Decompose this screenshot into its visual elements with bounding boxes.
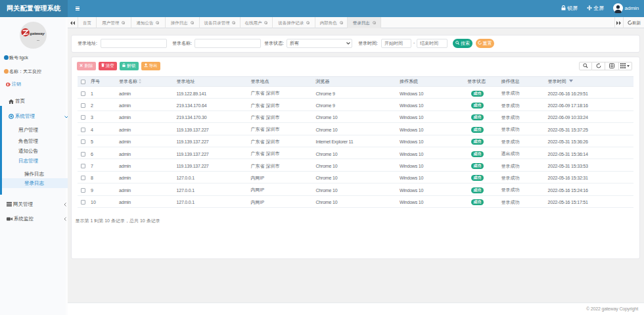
svg-text:gateway: gateway [29,32,45,36]
